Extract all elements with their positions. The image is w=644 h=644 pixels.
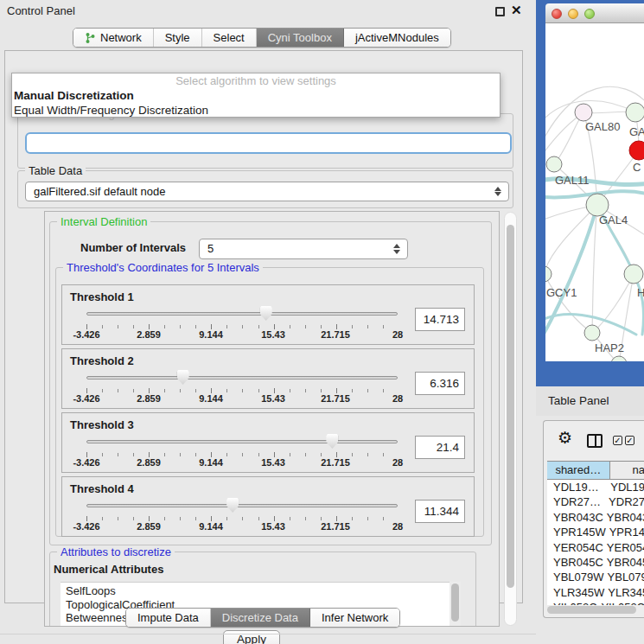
slider-track[interactable] bbox=[86, 312, 398, 316]
threshold-slider[interactable] bbox=[86, 497, 398, 514]
control-panel-titlebar: Control Panel ✕ bbox=[0, 0, 536, 22]
slider-tick-labels: -3.4262.8599.14415.4321.71528 bbox=[86, 521, 398, 532]
tick-label: 9.144 bbox=[199, 393, 223, 404]
tab-label: Cyni Toolbox bbox=[268, 29, 332, 47]
threshold-value-field[interactable]: 11.344 bbox=[415, 500, 465, 523]
slider-thumb[interactable] bbox=[326, 434, 338, 449]
table-panel: ⚙ ✓ ✓ shared… na YDL19…YDL19YDR27…YDR27Y… bbox=[543, 420, 644, 618]
column-header-name[interactable]: na bbox=[610, 462, 644, 479]
minimize-traffic-light-icon[interactable] bbox=[568, 9, 578, 19]
slider-track[interactable] bbox=[86, 376, 398, 379]
bottom-tab-impute-data[interactable]: Impute Data bbox=[126, 609, 211, 627]
table-row[interactable]: YER054CYER054C bbox=[547, 540, 644, 555]
threshold-slider[interactable] bbox=[86, 305, 398, 322]
close-traffic-light-icon[interactable] bbox=[552, 9, 562, 19]
tick-label: 15.43 bbox=[261, 457, 285, 468]
tick-label: 21.715 bbox=[321, 393, 350, 404]
numerical-attributes-label: Numerical Attributes bbox=[54, 563, 163, 576]
cell-shared-name: YBR045C bbox=[547, 555, 603, 570]
bottom-tab-infer-network[interactable]: Infer Network bbox=[310, 609, 399, 627]
tick-label: 2.859 bbox=[137, 393, 161, 404]
slider-thumb[interactable] bbox=[260, 306, 272, 321]
cell-shared-name: YDR27… bbox=[547, 494, 605, 509]
node-label: GAL11 bbox=[555, 174, 590, 187]
tick-label: 21.715 bbox=[321, 457, 350, 468]
node-attribute-table: shared… na YDL19…YDL19YDR27…YDR27YBR043C… bbox=[547, 461, 644, 605]
algorithm-hint-option[interactable]: Select algorithm to view settings bbox=[12, 73, 500, 88]
table-panel-title: Table Panel bbox=[536, 386, 644, 416]
network-node[interactable] bbox=[624, 265, 643, 284]
column-header-shared-name[interactable]: shared… bbox=[547, 462, 610, 479]
algorithm-combo[interactable] bbox=[25, 132, 512, 154]
table-row[interactable]: YBR043CYBR043C bbox=[547, 510, 644, 525]
zoom-traffic-light-icon[interactable] bbox=[584, 9, 595, 19]
cell-name: YDR27 bbox=[605, 494, 644, 509]
threshold-value-field[interactable]: 21.4 bbox=[415, 436, 465, 459]
discretization-algorithm-group: Discretization Algorithm bbox=[17, 113, 513, 169]
table-row[interactable]: YIL052CYIL052C bbox=[547, 600, 644, 605]
table-row[interactable]: YPR145WYPR145W bbox=[547, 525, 644, 539]
network-node[interactable] bbox=[629, 141, 644, 160]
bottom-tab-discretize-data[interactable]: Discretize Data bbox=[211, 609, 310, 627]
network-node[interactable] bbox=[584, 325, 600, 341]
cell-name: YDL19 bbox=[607, 480, 644, 494]
table-horizontal-scrollbar[interactable] bbox=[546, 606, 641, 615]
network-node[interactable] bbox=[546, 156, 562, 172]
slider-thumb[interactable] bbox=[177, 370, 189, 385]
tab-network[interactable]: Network bbox=[73, 29, 154, 47]
tick-label: 21.715 bbox=[321, 329, 350, 340]
slider-thumb[interactable] bbox=[226, 498, 239, 513]
network-view-window: GAL80GACGAL11GAL4GCY1HHAP2 bbox=[536, 0, 644, 386]
tick-label: 28 bbox=[392, 457, 403, 468]
tick-label: 28 bbox=[392, 393, 403, 404]
tab-select[interactable]: Select bbox=[202, 29, 257, 47]
tick-label: 2.859 bbox=[137, 521, 161, 532]
close-icon[interactable]: ✕ bbox=[511, 3, 522, 18]
num-intervals-combo[interactable]: 5 bbox=[199, 239, 408, 259]
table-row[interactable]: YDL19…YDL19 bbox=[547, 480, 644, 494]
column-layout-icon[interactable] bbox=[587, 434, 603, 448]
node-label: GCY1 bbox=[546, 286, 577, 299]
checkbox-icon[interactable]: ✓ bbox=[613, 436, 622, 445]
slider-track[interactable] bbox=[86, 504, 398, 507]
node-label: GAL4 bbox=[599, 214, 628, 226]
settings-scrollbar[interactable] bbox=[504, 212, 517, 626]
network-canvas[interactable]: GAL80GACGAL11GAL4GCY1HHAP2 bbox=[545, 23, 644, 361]
tab-jactivemnodules[interactable]: jActiveMNodules bbox=[344, 29, 450, 47]
threshold-value-field[interactable]: 14.713 bbox=[415, 308, 465, 331]
threshold-slider[interactable] bbox=[86, 433, 398, 450]
algorithm-option-2[interactable]: Equal Width/Frequency Discretization bbox=[12, 103, 500, 118]
table-row[interactable]: YDR27…YDR27 bbox=[547, 494, 644, 509]
table-data-combo[interactable]: galFiltered.sif default node bbox=[25, 182, 509, 201]
algorithm-option-1[interactable]: Manual Discretization bbox=[12, 88, 500, 103]
network-node[interactable] bbox=[575, 104, 592, 121]
table-row[interactable]: YBL079WYBL079W bbox=[547, 570, 644, 584]
bottom-tab-label: Impute Data bbox=[137, 609, 199, 627]
apply-button[interactable]: Apply bbox=[223, 630, 280, 644]
attribute-item[interactable]: SelfLoops bbox=[61, 584, 450, 598]
network-node[interactable] bbox=[611, 356, 627, 361]
slider-tick-labels: -3.4262.8599.14415.4321.71528 bbox=[86, 329, 398, 341]
tick-label: -3.426 bbox=[73, 393, 99, 404]
slider-track[interactable] bbox=[86, 440, 398, 443]
tab-style[interactable]: Style bbox=[154, 29, 202, 47]
table-data-value: galFiltered.sif default node bbox=[34, 185, 165, 198]
checkbox-icon[interactable]: ✓ bbox=[625, 436, 634, 445]
table-row[interactable]: YBR045CYBR045C bbox=[547, 555, 644, 570]
cell-shared-name: YIL052C bbox=[547, 600, 597, 605]
network-node[interactable] bbox=[545, 266, 552, 282]
top-tab-bar: NetworkStyleSelectCyni ToolboxjActiveMNo… bbox=[73, 28, 451, 48]
network-node[interactable] bbox=[626, 103, 644, 122]
list-scrollbar[interactable] bbox=[450, 582, 461, 627]
cell-shared-name: YBL079W bbox=[547, 570, 604, 584]
tab-label: Select bbox=[214, 29, 245, 47]
network-icon bbox=[85, 32, 96, 44]
gear-icon[interactable]: ⚙ bbox=[558, 428, 572, 448]
threshold-slider[interactable] bbox=[86, 369, 398, 386]
threshold-value-field[interactable]: 6.316 bbox=[415, 372, 465, 395]
float-window-icon[interactable] bbox=[495, 7, 505, 16]
group-title: Interval Definition bbox=[57, 215, 150, 228]
table-row[interactable]: YLR345WYLR345W bbox=[547, 585, 644, 600]
tab-cyni-toolbox[interactable]: Cyni Toolbox bbox=[257, 29, 344, 47]
threshold-1-panel: Threshold 1-3.4262.8599.14415.4321.71528… bbox=[61, 284, 475, 345]
